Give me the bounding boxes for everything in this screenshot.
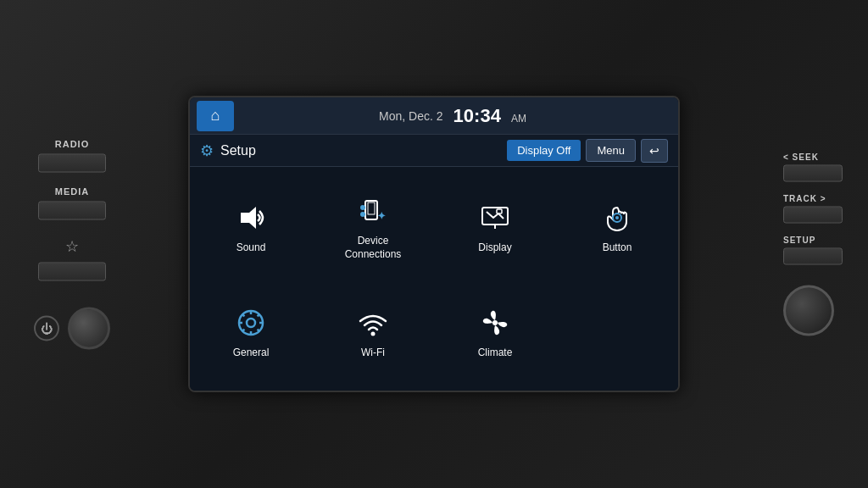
top-bar: ⌂ Mon, Dec. 2 10:34 AM <box>190 97 678 135</box>
home-button[interactable]: ⌂ <box>197 101 234 131</box>
device-connections-item[interactable]: ✦ DeviceConnections <box>312 175 434 280</box>
menu-button[interactable]: Menu <box>586 139 636 162</box>
sound-icon <box>234 201 268 235</box>
climate-icon <box>478 306 512 340</box>
power-icon: ⏻ <box>41 322 53 336</box>
svg-rect-2 <box>368 202 375 214</box>
back-icon: ↩ <box>649 144 659 158</box>
track-label: TRACK > <box>783 194 826 203</box>
track-group: TRACK > <box>783 194 843 224</box>
svg-point-14 <box>247 319 255 327</box>
date-text: Mon, Dec. 2 <box>379 109 442 123</box>
power-button[interactable]: ⏻ <box>34 316 59 341</box>
svg-rect-1 <box>365 201 377 219</box>
right-controls: < SEEK TRACK > SETUP <box>783 152 843 336</box>
media-label: MEDIA <box>55 186 89 197</box>
right-knob[interactable] <box>783 286 834 336</box>
seek-button[interactable] <box>783 165 843 182</box>
button-label: Button <box>603 241 632 255</box>
volume-knob[interactable] <box>68 308 110 350</box>
setup-bar: ⚙ Setup Display Off Menu ↩ <box>190 135 678 167</box>
general-icon <box>234 306 268 340</box>
empty-cell <box>556 280 678 385</box>
button-item[interactable]: Button <box>556 175 678 280</box>
media-group: MEDIA <box>38 186 106 220</box>
car-panel: RADIO MEDIA ☆ ⏻ ⌂ Mon, Dec. 2 10:34 <box>0 0 868 488</box>
display-icon <box>478 201 512 235</box>
ampm-text: AM <box>511 113 526 125</box>
sound-label: Sound <box>236 241 266 255</box>
star-btn-bar[interactable] <box>38 263 106 281</box>
wifi-item[interactable]: Wi-Fi <box>312 280 434 385</box>
climate-item[interactable]: Climate <box>434 280 556 385</box>
setup-button[interactable] <box>783 248 843 265</box>
setup-group: SETUP <box>783 236 843 265</box>
track-button[interactable] <box>783 207 843 224</box>
left-controls: RADIO MEDIA ☆ ⏻ <box>34 139 110 350</box>
climate-label: Climate <box>478 347 513 360</box>
settings-grid: Sound ✦ DeviceConnections <box>190 167 678 392</box>
setup-title: Setup <box>220 143 507 158</box>
display-item[interactable]: Display <box>434 175 556 280</box>
datetime-display: Mon, Dec. 2 10:34 AM <box>234 105 671 127</box>
seek-label: < SEEK <box>783 152 819 162</box>
star-group: ☆ <box>38 234 106 281</box>
radio-label: RADIO <box>55 139 89 149</box>
display-off-button[interactable]: Display Off <box>507 140 581 161</box>
button-icon <box>600 201 634 235</box>
media-button[interactable] <box>38 202 106 220</box>
device-connections-icon: ✦ <box>356 194 390 228</box>
setup-gear-icon: ⚙ <box>200 141 214 160</box>
svg-point-13 <box>615 216 619 219</box>
svg-marker-0 <box>241 207 256 229</box>
general-item[interactable]: General <box>190 280 312 385</box>
sound-item[interactable]: Sound <box>190 175 312 280</box>
time-text: 10:34 <box>453 105 501 127</box>
radio-button[interactable] <box>38 154 106 173</box>
wifi-label: Wi-Fi <box>361 347 385 360</box>
general-label: General <box>233 347 270 360</box>
svg-rect-11 <box>497 209 502 214</box>
infotainment-screen: ⌂ Mon, Dec. 2 10:34 AM ⚙ Setup Display O… <box>188 96 680 392</box>
wifi-icon <box>356 306 390 340</box>
radio-group: RADIO <box>38 139 106 173</box>
seek-group: < SEEK <box>783 152 843 182</box>
svg-point-16 <box>371 332 376 336</box>
setup-label: SETUP <box>783 236 815 245</box>
svg-point-17 <box>492 320 498 325</box>
display-label: Display <box>478 241 511 255</box>
home-icon: ⌂ <box>211 107 220 125</box>
device-connections-label: DeviceConnections <box>345 235 402 261</box>
star-button[interactable]: ☆ <box>59 234 85 259</box>
svg-text:✦: ✦ <box>377 210 386 222</box>
back-button[interactable]: ↩ <box>641 139 668 163</box>
